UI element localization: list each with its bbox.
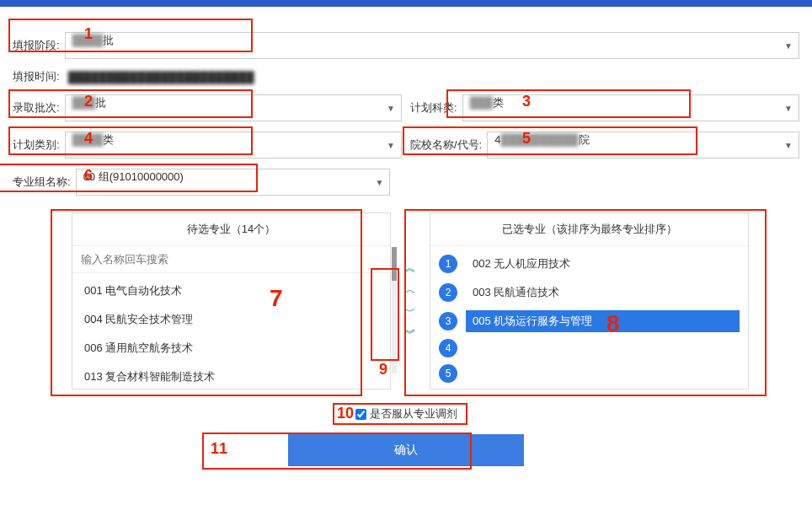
available-title: 待选专业（14个）: [72, 213, 390, 246]
plan-type-select[interactable]: ████类: [65, 132, 402, 158]
major-group-label: 专业组名称:: [13, 175, 71, 190]
available-majors-panel: 待选专业（14个） 001 电气自动化技术004 民航安全技术管理006 通用航…: [72, 212, 391, 389]
obey-adjustment-input[interactable]: [355, 409, 366, 420]
available-major-item[interactable]: 006 通用航空航务技术: [72, 334, 390, 363]
selected-major-item[interactable]: 2003 民航通信技术: [430, 278, 748, 307]
obey-adjustment-checkbox[interactable]: 是否服从专业调剂: [355, 406, 457, 422]
move-bottom-button[interactable]: ︾: [401, 325, 419, 343]
available-major-item[interactable]: 001 电气自动化技术: [72, 277, 390, 305]
selected-major-item[interactable]: 3005 机场运行服务与管理: [430, 307, 748, 336]
school-label: 院校名称/代号:: [410, 137, 482, 153]
selected-major-text: [466, 345, 740, 352]
plan-category-select[interactable]: ███类: [462, 94, 799, 121]
selected-major-item[interactable]: 6: [430, 386, 748, 389]
move-top-button[interactable]: ︽: [401, 259, 419, 277]
admit-batch-label: 录取批次:: [13, 100, 60, 116]
confirm-button[interactable]: 确认: [288, 434, 524, 466]
time-label: 填报时间:: [13, 69, 60, 84]
time-value: ████████████████████████: [68, 71, 254, 83]
plan-category-label: 计划科类:: [410, 100, 457, 116]
available-major-item[interactable]: 004 民航安全技术管理: [72, 305, 390, 334]
order-badge: 3: [439, 312, 457, 330]
major-group-select[interactable]: 00 组(91010000000): [76, 169, 391, 196]
school-select[interactable]: 4██████████院: [487, 132, 799, 158]
selected-majors-panel: 已选专业（该排序为最终专业排序） 1002 无人机应用技术2003 民航通信技术…: [430, 212, 749, 389]
selected-major-item[interactable]: 4: [430, 336, 748, 361]
admit-batch-select[interactable]: ███批: [65, 94, 402, 121]
selected-major-text: [466, 370, 740, 377]
selected-major-text: 002 无人机应用技术: [466, 253, 740, 275]
order-badge: 1: [439, 255, 457, 273]
selected-major-item[interactable]: 1002 无人机应用技术: [430, 250, 748, 278]
selected-major-item[interactable]: 5: [430, 361, 748, 386]
obey-adjustment-label: 是否服从专业调剂: [370, 406, 457, 422]
order-badge: 4: [439, 339, 457, 357]
major-search-input[interactable]: [72, 246, 390, 273]
order-badge: 5: [439, 364, 457, 383]
move-down-button[interactable]: ﹀: [401, 303, 419, 321]
selected-title: 已选专业（该排序为最终专业排序）: [430, 213, 748, 246]
stage-label: 填报阶段:: [13, 38, 60, 53]
order-badge: 2: [439, 283, 457, 302]
selected-major-text: 003 民航通信技术: [466, 282, 740, 304]
plan-type-label: 计划类别:: [13, 137, 60, 153]
move-up-button[interactable]: ︿: [401, 281, 419, 299]
stage-select[interactable]: ████批: [65, 32, 799, 59]
selected-major-text: 005 机场运行服务与管理: [466, 310, 740, 332]
available-major-item[interactable]: 013 复合材料智能制造技术: [72, 363, 390, 389]
